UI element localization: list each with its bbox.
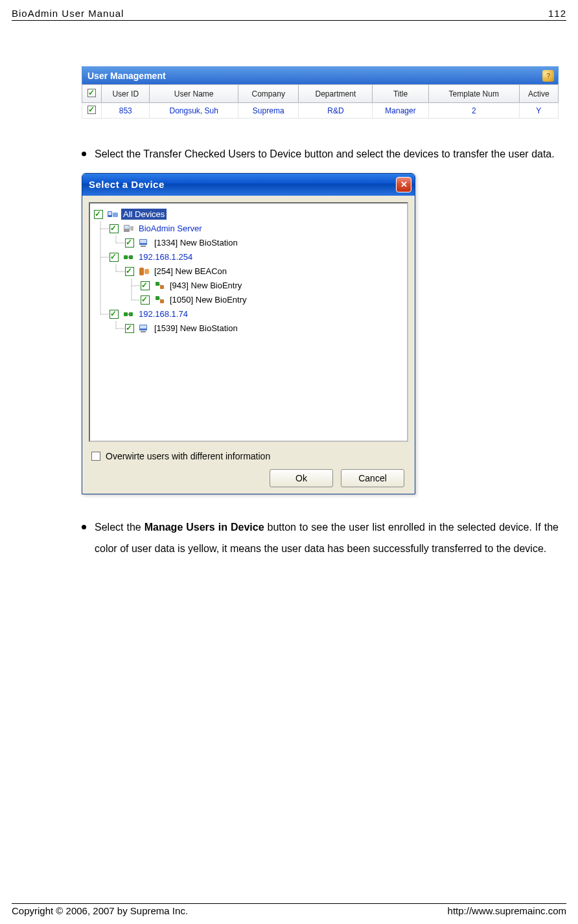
table-header-row: User ID User Name Company Department Tit… bbox=[82, 85, 559, 103]
tree-node-biostation-1334[interactable]: [1334] New BioStation bbox=[94, 236, 403, 250]
tree-node-bioentry-1050[interactable]: [1050] New BioEntry bbox=[94, 293, 403, 307]
user-management-title: User Management bbox=[87, 71, 166, 81]
svg-rect-22 bbox=[139, 268, 144, 275]
col-title[interactable]: Title bbox=[373, 85, 428, 103]
svg-rect-38 bbox=[124, 312, 128, 316]
check-icon[interactable] bbox=[141, 281, 150, 290]
footer-url: http://www.supremainc.com bbox=[448, 905, 566, 916]
check-icon[interactable] bbox=[110, 253, 119, 262]
check-icon[interactable] bbox=[110, 224, 119, 233]
col-user-name[interactable]: User Name bbox=[150, 85, 238, 103]
help-icon[interactable]: ? bbox=[542, 70, 554, 82]
tree-label-bioentry-943: [943] New BioEntry bbox=[168, 280, 244, 291]
svg-rect-1 bbox=[113, 213, 118, 217]
tree-label-ip-254: 192.168.1.254 bbox=[137, 251, 194, 262]
col-active[interactable]: Active bbox=[519, 85, 558, 103]
row-checkbox-cell[interactable] bbox=[82, 103, 102, 119]
check-icon[interactable] bbox=[141, 295, 150, 305]
svg-rect-6 bbox=[124, 225, 129, 229]
bullet-item-1: Select the Transfer Checked Users to Dev… bbox=[82, 143, 559, 165]
network-icon bbox=[122, 308, 135, 320]
tree-node-root[interactable]: All Devices bbox=[94, 207, 403, 222]
overwrite-checkbox[interactable] bbox=[91, 452, 100, 461]
svg-rect-17 bbox=[129, 255, 133, 259]
copyright-text: Copyright © 2006, 2007 by Suprema Inc. bbox=[12, 905, 188, 916]
check-icon[interactable] bbox=[87, 89, 96, 97]
table-row[interactable]: 853 Dongsuk, Suh Suprema R&D Manager 2 Y bbox=[82, 103, 559, 119]
svg-rect-27 bbox=[156, 282, 159, 286]
page-header: BioAdmin User Manual 112 bbox=[12, 8, 566, 21]
check-icon[interactable] bbox=[87, 106, 96, 114]
tree-label-bioentry-1050: [1050] New BioEntry bbox=[168, 294, 249, 305]
cell-user-name: Dongsuk, Suh bbox=[150, 103, 238, 119]
tree-label-biostation-1539: [1539] New BioStation bbox=[152, 323, 240, 334]
bullet-text-1: Select the Transfer Checked Users to Dev… bbox=[95, 143, 559, 165]
tree-node-bioentry-943[interactable]: [943] New BioEntry bbox=[94, 279, 403, 293]
svg-rect-16 bbox=[124, 255, 128, 259]
svg-rect-12 bbox=[140, 240, 146, 243]
tree-node-server[interactable]: BioAdmin Server bbox=[94, 222, 403, 236]
bullet-dot-icon bbox=[82, 152, 86, 156]
check-icon[interactable] bbox=[94, 210, 103, 219]
col-company[interactable]: Company bbox=[238, 85, 299, 103]
col-template-num[interactable]: Template Num bbox=[428, 85, 519, 103]
tree-label-ip-74: 192.168.1.74 bbox=[137, 308, 190, 319]
cell-template-num: 2 bbox=[428, 103, 519, 119]
server-icon bbox=[122, 223, 135, 235]
tree-node-ip-74[interactable]: 192.168.1.74 bbox=[94, 307, 403, 321]
check-icon[interactable] bbox=[125, 267, 134, 276]
tree-node-beacon-254[interactable]: [254] New BEACon bbox=[94, 264, 403, 279]
devices-icon bbox=[106, 209, 119, 220]
biostation-icon bbox=[137, 237, 150, 249]
device-tree: All Devices BioAdmin Server bbox=[94, 207, 403, 336]
svg-rect-33 bbox=[156, 296, 159, 300]
bullet-item-2: Select the Manage Users in Device button… bbox=[82, 516, 559, 560]
checkbox-header[interactable] bbox=[82, 85, 102, 103]
user-management-titlebar: User Management ? bbox=[82, 66, 559, 84]
device-tree-panel[interactable]: All Devices BioAdmin Server bbox=[89, 202, 408, 442]
cell-department: R&D bbox=[299, 103, 373, 119]
tree-label-server: BioAdmin Server bbox=[137, 223, 204, 234]
bioentry-icon bbox=[153, 294, 166, 306]
cell-title: Manager bbox=[373, 103, 428, 119]
bullet-dot-icon bbox=[82, 525, 86, 529]
svg-rect-7 bbox=[130, 226, 133, 231]
cancel-button[interactable]: Cancel bbox=[341, 469, 404, 487]
main-content: User Management ? User ID User Name Comp… bbox=[12, 66, 566, 560]
close-icon[interactable]: ✕ bbox=[396, 177, 411, 192]
page-footer: Copyright © 2006, 2007 by Suprema Inc. h… bbox=[12, 903, 566, 916]
overwrite-option[interactable]: Overwirte users with different informati… bbox=[91, 451, 408, 461]
tree-node-ip-254[interactable]: 192.168.1.254 bbox=[94, 250, 403, 264]
svg-rect-44 bbox=[140, 325, 146, 329]
select-device-dialog: Select a Device ✕ All Devices bbox=[82, 173, 415, 494]
svg-rect-13 bbox=[141, 246, 146, 247]
bullet2-prefix: Select the bbox=[95, 522, 144, 533]
bioentry-icon bbox=[153, 280, 166, 292]
col-department[interactable]: Department bbox=[299, 85, 373, 103]
cell-user-id: 853 bbox=[102, 103, 150, 119]
check-icon[interactable] bbox=[110, 310, 119, 319]
dialog-buttons: Ok Cancel bbox=[89, 469, 404, 487]
tree-label-root: All Devices bbox=[121, 209, 167, 220]
biostation-icon bbox=[137, 323, 150, 334]
ok-button[interactable]: Ok bbox=[270, 469, 333, 487]
bullet2-bold: Manage Users in Device bbox=[144, 522, 264, 533]
dialog-title: Select a Device bbox=[89, 179, 165, 190]
svg-rect-39 bbox=[129, 312, 133, 316]
cell-active: Y bbox=[519, 103, 558, 119]
manual-title: BioAdmin User Manual bbox=[12, 8, 124, 19]
overwrite-label: Overwirte users with different informati… bbox=[106, 451, 270, 461]
tree-node-biostation-1539[interactable]: [1539] New BioStation bbox=[94, 321, 403, 336]
bullet-text-2: Select the Manage Users in Device button… bbox=[95, 516, 559, 560]
col-user-id[interactable]: User ID bbox=[102, 85, 150, 103]
dialog-titlebar[interactable]: Select a Device ✕ bbox=[82, 174, 415, 196]
user-management-table: User ID User Name Company Department Tit… bbox=[82, 84, 559, 119]
network-icon bbox=[122, 251, 135, 263]
check-icon[interactable] bbox=[125, 324, 134, 333]
check-icon[interactable] bbox=[125, 238, 134, 248]
cell-company: Suprema bbox=[238, 103, 299, 119]
beacon-icon bbox=[137, 266, 150, 277]
svg-rect-23 bbox=[144, 269, 149, 274]
tree-label-biostation-1334: [1334] New BioStation bbox=[152, 237, 240, 248]
user-management-panel: User Management ? User ID User Name Comp… bbox=[82, 66, 559, 119]
